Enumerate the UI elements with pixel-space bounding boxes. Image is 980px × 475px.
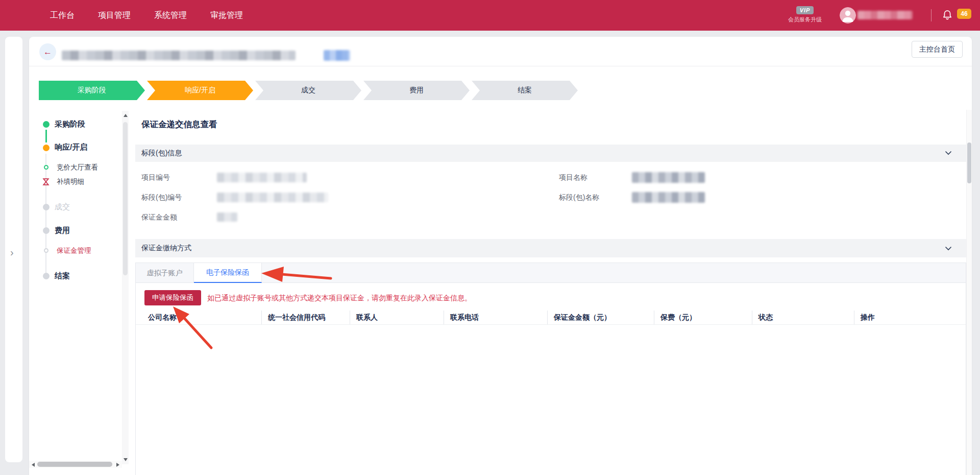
- nav-item-system-management[interactable]: 系统管理: [154, 10, 187, 21]
- back-arrow-icon: ←: [43, 47, 52, 57]
- field-value-package-name-redacted: [632, 192, 705, 203]
- table-header-row: 公司名称 统一社会信用代码 联系人 联系电话 保证金金额（元） 保费（元） 状态…: [136, 311, 966, 325]
- sidebar-item-label: 采购阶段: [55, 120, 85, 129]
- sidebar-vertical-scrollbar[interactable]: [122, 111, 129, 464]
- step-procurement[interactable]: 采购阶段: [39, 81, 145, 100]
- sidebar-item-bidding-hall[interactable]: 竞价大厅查看: [37, 163, 98, 172]
- sidebar-item-fee[interactable]: 费用: [37, 226, 70, 235]
- back-button[interactable]: ←: [39, 43, 56, 60]
- collapse-chevron-icon[interactable]: [945, 246, 952, 251]
- vip-caption: 会员服务升级: [783, 16, 827, 23]
- nav-divider: [931, 9, 932, 21]
- vip-icon: VIP: [796, 6, 814, 14]
- scrollbar-thumb[interactable]: [967, 142, 971, 183]
- section-title: 保证金缴纳方式: [141, 244, 191, 253]
- notification-bell-icon[interactable]: [941, 9, 953, 21]
- page-title: 保证金递交信息查看: [141, 119, 217, 130]
- stage-timeline-sidebar: 采购阶段 响应/开启 竞价大厅查看 补填明细 成交 费用 保证: [37, 111, 122, 463]
- scroll-left-arrow-icon[interactable]: [32, 463, 35, 467]
- timeline-connector: [45, 154, 46, 278]
- collapse-chevron-icon[interactable]: [945, 151, 952, 155]
- sidebar-item-label: 费用: [55, 226, 70, 235]
- field-label-package-no: 标段(包)编号: [141, 193, 182, 202]
- tab-bar: 虚拟子账户 电子保险保函: [136, 263, 966, 283]
- column-credit-code: 统一社会信用代码: [261, 311, 350, 324]
- column-deposit-amount: 保证金金额（元）: [547, 311, 654, 324]
- scroll-up-arrow-icon[interactable]: [124, 114, 128, 117]
- payment-method-tab-panel: 虚拟子账户 电子保险保函 申请保险保函 如已通过虚拟子账号或其他方式递交本项目保…: [135, 263, 966, 475]
- column-contact-phone: 联系电话: [444, 311, 547, 324]
- scrollbar-thumb[interactable]: [37, 462, 112, 467]
- sidebar-item-deposit-management[interactable]: 保证金管理: [37, 246, 91, 255]
- sidebar-item-fill-details[interactable]: 补填明细: [37, 177, 84, 186]
- step-label: 费用: [409, 86, 424, 95]
- scroll-right-arrow-icon[interactable]: [116, 463, 119, 467]
- gray-dot-icon: [43, 273, 50, 279]
- step-fee[interactable]: 费用: [363, 81, 470, 100]
- section-title: 标段(包)信息: [141, 149, 182, 158]
- process-steps: 采购阶段 响应/开启 成交 费用 结案: [39, 81, 578, 100]
- field-label-deposit-amount: 保证金金额: [141, 213, 177, 222]
- step-label: 结案: [518, 86, 532, 95]
- page-header-row: ← 主控台首页: [29, 37, 972, 66]
- nav-item-approval-management[interactable]: 审批管理: [210, 10, 243, 21]
- sidebar-item-procurement-stage[interactable]: 采购阶段: [37, 120, 85, 129]
- field-value-project-name-redacted: [632, 172, 705, 183]
- expand-rail-chevron-icon[interactable]: ›: [10, 247, 14, 257]
- gray-ring-icon: [44, 248, 48, 253]
- vip-upgrade[interactable]: VIP 会员服务升级: [783, 5, 827, 23]
- step-close[interactable]: 结案: [472, 81, 578, 100]
- step-label: 成交: [301, 86, 315, 95]
- column-contact-person: 联系人: [350, 311, 444, 324]
- console-home-button[interactable]: 主控台首页: [912, 41, 963, 58]
- field-label-package-name: 标段(包)名称: [559, 193, 599, 202]
- sidebar-item-label: 响应/开启: [55, 142, 87, 152]
- tab-virtual-subaccount[interactable]: 虚拟子账户: [136, 263, 194, 283]
- gray-dot-icon: [43, 227, 50, 234]
- gray-dot-icon: [43, 204, 50, 210]
- step-deal[interactable]: 成交: [255, 81, 361, 100]
- content-vertical-scrollbar[interactable]: [966, 110, 972, 475]
- nav-item-project-management[interactable]: 项目管理: [98, 10, 131, 21]
- nav-item-workbench[interactable]: 工作台: [50, 10, 75, 21]
- green-ring-icon: [44, 165, 48, 170]
- person-icon: [840, 7, 856, 23]
- sidebar-item-label: 竞价大厅查看: [57, 163, 98, 172]
- sidebar-item-deal[interactable]: 成交: [37, 202, 70, 212]
- top-navigation-bar: 工作台 项目管理 系统管理 审批管理 VIP 会员服务升级 46: [0, 0, 980, 31]
- user-avatar[interactable]: [840, 7, 856, 23]
- sidebar-horizontal-scrollbar[interactable]: [29, 461, 122, 468]
- main-menu: 工作台 项目管理 系统管理 审批管理: [50, 10, 243, 21]
- apply-insurance-guarantee-button[interactable]: 申请保险保函: [144, 290, 201, 305]
- column-actions: 操作: [854, 311, 966, 324]
- column-company-name: 公司名称: [136, 311, 261, 324]
- green-dot-icon: [43, 121, 50, 128]
- sidebar-item-label: 保证金管理: [57, 246, 91, 255]
- scroll-down-arrow-icon[interactable]: [124, 458, 128, 461]
- section-deposit-payment-method: 保证金缴纳方式: [135, 239, 966, 257]
- field-label-project-no: 项目编号: [141, 173, 170, 182]
- step-label: 响应/开启: [185, 86, 215, 95]
- collapsed-side-rail: ›: [5, 37, 22, 462]
- sidebar-item-label: 结案: [55, 271, 70, 281]
- sidebar-item-label: 补填明细: [57, 177, 84, 186]
- duplicate-deposit-warning-text: 如已通过虚拟子账号或其他方式递交本项目保证金，请勿重复在此录入保证金信息。: [207, 294, 472, 303]
- hourglass-icon: [42, 178, 50, 186]
- status-chip-redacted: [324, 50, 350, 61]
- sidebar-item-case-close[interactable]: 结案: [37, 271, 70, 281]
- notification-count-badge[interactable]: 46: [957, 9, 971, 19]
- field-value-package-no-redacted: [217, 193, 328, 202]
- tab-electronic-insurance-guarantee[interactable]: 电子保险保函: [194, 263, 262, 283]
- main-card: ← 主控台首页 采购阶段 响应/开启 成交 费用 结案 采购阶段 响应/开启 竞…: [29, 37, 972, 475]
- scrollbar-thumb[interactable]: [123, 122, 128, 275]
- step-response-open[interactable]: 响应/开启: [147, 81, 253, 100]
- project-title-redacted: [62, 51, 296, 60]
- field-value-project-no-redacted: [217, 173, 307, 182]
- sidebar-item-label: 成交: [55, 202, 70, 212]
- sidebar-item-response-open[interactable]: 响应/开启: [37, 142, 87, 152]
- field-value-deposit-amount-redacted: [217, 212, 237, 222]
- timeline-connector-done: [45, 130, 47, 142]
- section-bid-package-info: 标段(包)信息: [135, 145, 966, 162]
- field-label-project-name: 项目名称: [559, 173, 587, 182]
- main-content: 保证金递交信息查看 标段(包)信息 项目编号 项目名称 标段(包)编号 标段(包…: [135, 110, 966, 475]
